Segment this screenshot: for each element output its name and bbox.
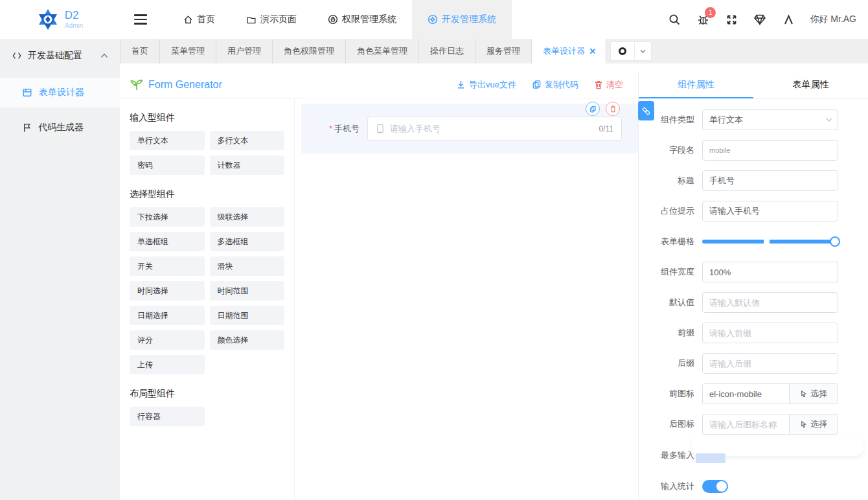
palette-item-cascader[interactable]: 级联选择 <box>210 207 285 227</box>
palette-item-radio-group[interactable]: 单选框组 <box>130 232 205 251</box>
palette-item-rate[interactable]: 评分 <box>130 330 205 350</box>
sidebar-item-form-designer[interactable]: 表单设计器 <box>0 78 120 108</box>
palette-item-color-picker[interactable]: 颜色选择 <box>210 330 285 350</box>
palette-item-slider[interactable]: 滑块 <box>210 256 285 276</box>
placeholder-input[interactable] <box>702 201 838 222</box>
close-all-tabs-button[interactable] <box>611 42 634 60</box>
prop-row-component-type: 组件类型 单行文本 <box>648 109 868 130</box>
font-size-button[interactable] <box>776 7 801 32</box>
component-type-select[interactable]: 单行文本 <box>702 109 838 130</box>
suffix-input[interactable] <box>702 353 838 374</box>
palette-item-select[interactable]: 下拉选择 <box>130 207 205 227</box>
close-icon[interactable] <box>589 49 595 54</box>
form-designer-page: Form Generator 导出vue文件 <box>120 71 868 500</box>
palette-item-single-line[interactable]: 单行文本 <box>130 131 205 150</box>
prop-row-suffix-icon: 后图标 选择 <box>648 414 868 435</box>
design-canvas[interactable]: *手机号 请输入手机号 0/11 <box>295 98 638 500</box>
nav-item-demo-pages[interactable]: 演示页面 <box>231 0 312 39</box>
default-value-input[interactable] <box>702 292 838 313</box>
nav-item-permission-system[interactable]: 权限管理系统 <box>312 0 412 39</box>
suffix-icon-select-button[interactable]: 选择 <box>789 414 838 435</box>
props-tabs: 组件属性 表单属性 <box>639 71 868 98</box>
tab-home[interactable]: 首页 <box>120 39 160 63</box>
dev-system-icon <box>428 14 438 25</box>
slider-handle[interactable] <box>830 236 840 247</box>
tab-service-mgmt[interactable]: 服务管理 <box>475 39 532 63</box>
export-vue-button[interactable]: 导出vue文件 <box>456 79 516 91</box>
redaction-smudge-blue <box>696 453 725 463</box>
title-input[interactable] <box>702 170 838 191</box>
palette-item-time-range[interactable]: 时间范围 <box>210 281 285 301</box>
prop-row-placeholder: 占位提示 <box>648 201 868 222</box>
tab-form-designer[interactable]: 表单设计器 <box>532 39 606 63</box>
theme-button[interactable] <box>748 7 772 32</box>
copy-icon <box>589 106 597 113</box>
nav-item-dev-system[interactable]: 开发管理系统 <box>412 0 512 39</box>
suffix-icon-input[interactable] <box>702 414 789 435</box>
palette-item-switch[interactable]: 开关 <box>130 256 205 276</box>
prop-row-width: 组件宽度 <box>648 262 868 282</box>
palette-item-date-range[interactable]: 日期范围 <box>210 306 285 325</box>
component-width-input[interactable] <box>702 262 838 282</box>
palette-item-row-container[interactable]: 行容器 <box>130 407 205 426</box>
input-statistics-toggle[interactable] <box>702 480 728 493</box>
palette-item-password[interactable]: 密码 <box>130 155 205 175</box>
tab-role-menu-mgmt[interactable]: 角色菜单管理 <box>346 39 419 63</box>
copy-code-button[interactable]: 复制代码 <box>532 79 578 91</box>
duplicate-widget-button[interactable] <box>586 102 600 116</box>
palette-item-time-picker[interactable]: 时间选择 <box>130 281 205 301</box>
log-button[interactable]: 1 <box>691 7 715 32</box>
code-icon <box>12 51 22 60</box>
tabs-menu-button[interactable] <box>634 42 651 60</box>
slider-track[interactable] <box>702 240 838 244</box>
link-drawer-button[interactable] <box>638 101 654 120</box>
tab-user-mgmt[interactable]: 用户管理 <box>216 39 273 63</box>
user-greeting[interactable]: 你好 Mr.AG <box>810 14 856 25</box>
chain-link-icon <box>641 106 651 116</box>
opened-tabs-bar: 首页 菜单管理 用户管理 角色权限管理 角色菜单管理 操作日志 服务管理 表单设… <box>120 39 868 63</box>
palette-section-title: 布局型组件 <box>130 388 284 400</box>
props-body: 组件类型 单行文本 字段名 标题 <box>639 98 868 500</box>
palette-item-textarea[interactable]: 多行文本 <box>210 131 285 150</box>
tab-form-props[interactable]: 表单属性 <box>753 71 868 98</box>
tab-role-permission-mgmt[interactable]: 角色权限管理 <box>273 39 346 63</box>
delete-widget-button[interactable] <box>606 102 620 116</box>
sidebar-group-dev-config[interactable]: 开发基础配置 <box>0 39 120 73</box>
designer-toolbar: Form Generator 导出vue文件 <box>120 71 638 98</box>
clear-button[interactable]: 清空 <box>594 79 623 91</box>
palette-item-checkbox-group[interactable]: 多选框组 <box>210 232 285 251</box>
tab-operation-log[interactable]: 操作日志 <box>419 39 475 63</box>
palette-section-title: 输入型组件 <box>130 112 284 124</box>
tab-menu-mgmt[interactable]: 菜单管理 <box>160 39 216 63</box>
nav-item-home[interactable]: 首页 <box>168 0 231 39</box>
tab-component-props[interactable]: 组件属性 <box>639 71 753 98</box>
selected-widget-mobile-field[interactable]: *手机号 请输入手机号 0/11 <box>301 104 638 153</box>
logo-text: D2 Admin <box>65 10 83 29</box>
sidebar-item-code-generator[interactable]: 代码生成器 <box>0 113 120 142</box>
search-button[interactable] <box>662 7 687 32</box>
nav-label: 首页 <box>197 14 215 25</box>
fullscreen-button[interactable] <box>719 7 744 32</box>
copy-icon <box>532 80 542 89</box>
main-area: 首页 菜单管理 用户管理 角色权限管理 角色菜单管理 操作日志 服务管理 表单设… <box>120 39 868 500</box>
prefix-input[interactable] <box>702 323 838 343</box>
logo-subtitle: Admin <box>65 22 83 29</box>
app-logo[interactable]: D2 Admin <box>0 0 120 39</box>
prefix-icon-input[interactable] <box>702 383 789 404</box>
sidebar-toggle-button[interactable] <box>126 0 155 39</box>
palette-item-counter[interactable]: 计数器 <box>210 155 285 175</box>
prop-row-suffix: 后缀 <box>648 353 868 374</box>
form-grid-slider[interactable] <box>702 231 838 252</box>
palette-item-date-picker[interactable]: 日期选择 <box>130 306 205 325</box>
prefix-icon-select-button[interactable]: 选择 <box>789 383 838 404</box>
search-icon <box>668 14 681 26</box>
palette-item-upload[interactable]: 上传 <box>130 355 205 374</box>
leaf-icon <box>130 78 144 91</box>
prop-row-form-grid: 表单栅格 <box>648 231 868 252</box>
nav-label: 演示页面 <box>260 14 297 25</box>
max-length-input-redacted[interactable] <box>702 444 838 466</box>
font-size-icon <box>783 14 794 25</box>
field-name-input[interactable] <box>702 140 838 161</box>
designer-left-area: Form Generator 导出vue文件 <box>120 71 638 500</box>
mobile-input-preview[interactable]: 请输入手机号 0/11 <box>367 117 622 141</box>
